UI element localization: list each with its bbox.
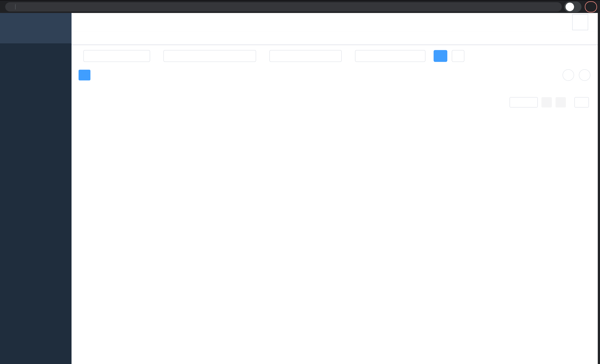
refresh-table-button[interactable]: [579, 69, 590, 81]
create-leave-button[interactable]: [79, 70, 90, 80]
app-frame: [0, 13, 600, 364]
main-area: [72, 13, 600, 364]
browser-toolbar: [0, 0, 600, 13]
result-select[interactable]: [269, 50, 342, 62]
page-size-select[interactable]: [510, 97, 538, 107]
page-content: [72, 45, 600, 364]
leave-type-select[interactable]: [83, 50, 150, 62]
browser-update-button[interactable]: [585, 1, 597, 12]
reset-button[interactable]: [452, 50, 464, 62]
logo-image: [8, 18, 24, 34]
table-tools: [562, 69, 590, 81]
search-button[interactable]: [434, 50, 447, 62]
sidebar-submenu: [0, 43, 72, 364]
sidebar: [0, 13, 72, 364]
next-page-button[interactable]: [555, 97, 566, 107]
navbar-actions: [563, 14, 591, 30]
toggle-search-button[interactable]: [562, 69, 574, 81]
reason-input[interactable]: [355, 50, 425, 62]
filter-apply-time: [159, 50, 256, 62]
app-logo[interactable]: [0, 13, 72, 36]
table-toolbar: [79, 69, 593, 81]
goto-page-input[interactable]: [574, 97, 589, 107]
pagination: [79, 97, 593, 107]
filter-result: [265, 50, 342, 62]
date-range-picker[interactable]: [163, 50, 256, 62]
top-navbar: [72, 13, 600, 31]
omnibox-divider: [15, 4, 16, 9]
prev-page-button[interactable]: [542, 97, 552, 107]
filter-reason: [350, 50, 425, 62]
incognito-icon: [565, 3, 574, 11]
address-bar[interactable]: [5, 2, 562, 11]
user-menu[interactable]: [572, 14, 591, 30]
filter-leave-type: [79, 50, 150, 62]
incognito-badge: [564, 1, 581, 12]
tags-view-bar: [72, 31, 600, 45]
filter-form: [79, 50, 593, 62]
window-scrollbar-edge[interactable]: [598, 13, 600, 364]
avatar-broken-image: [572, 14, 588, 30]
goto-page: [572, 97, 592, 107]
